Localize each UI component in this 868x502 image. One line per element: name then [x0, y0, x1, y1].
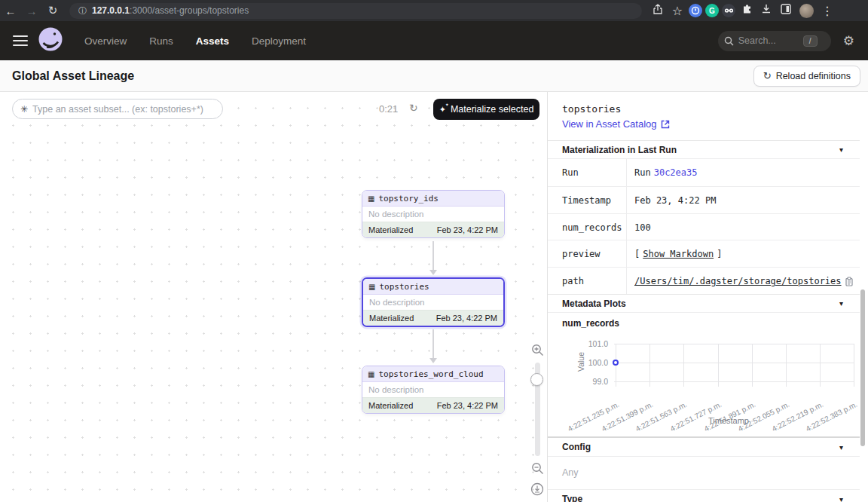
zoom-to-fit-icon[interactable]	[530, 482, 544, 496]
forward-icon[interactable]: →	[21, 5, 42, 17]
zoom-slider[interactable]	[535, 363, 540, 456]
asset-node-topstory-ids[interactable]: ▦ topstory_ids No description Materializ…	[362, 190, 505, 238]
y-axis-label: Value	[576, 339, 585, 384]
lineage-canvas[interactable]: ✳ 0:21 ↻ ✦✦ Materialize selected ▦ topst…	[0, 92, 547, 502]
nav-item-assets[interactable]: Assets	[196, 35, 229, 47]
asset-name: topstories_word_cloud	[378, 369, 483, 379]
section-type[interactable]: Type ▾	[548, 489, 860, 502]
bookmark-star-icon[interactable]: ☆	[669, 4, 686, 18]
asset-description: No description	[363, 295, 503, 310]
share-icon[interactable]	[649, 4, 666, 18]
app-nav-bar: Overview Runs Assets Deployment / ⚙	[0, 21, 868, 60]
asset-subset-filter[interactable]: ✳	[12, 99, 223, 119]
config-value: Any	[562, 467, 579, 478]
extensions-puzzle-icon[interactable]	[738, 4, 755, 18]
dagster-logo[interactable]	[38, 26, 63, 55]
reload-icon[interactable]: ↻	[42, 4, 63, 17]
lineage-edge	[432, 329, 434, 358]
lineage-edge-arrowhead	[429, 358, 437, 363]
run-id-link[interactable]: 30c2ea35	[654, 167, 698, 178]
meta-row-num-records: num_records 100	[548, 213, 860, 240]
zoom-controls	[527, 344, 547, 496]
zoom-in-icon[interactable]	[531, 344, 544, 357]
nav-item-runs[interactable]: Runs	[149, 35, 173, 47]
refresh-icon[interactable]: ↻	[409, 102, 418, 114]
chart-data-point	[613, 360, 619, 366]
asset-timestamp: Feb 23, 4:22 PM	[437, 225, 498, 234]
search-icon	[724, 36, 734, 46]
extension-goggles-icon[interactable]	[722, 4, 735, 17]
section-config[interactable]: Config ▾	[548, 438, 860, 457]
sparkle-icon: ✦✦	[439, 105, 446, 115]
zoom-out-icon[interactable]	[531, 462, 544, 475]
search-input[interactable]	[738, 35, 803, 46]
asset-timestamp: Feb 23, 4:22 PM	[436, 314, 497, 323]
global-search[interactable]: /	[718, 31, 831, 51]
section-metadata-plots[interactable]: Metadata Plots ▾	[548, 294, 860, 313]
section-materialization-last-run[interactable]: Materialization in Last Run ▾	[548, 140, 860, 159]
menu-dots-icon[interactable]: ⋮	[819, 4, 836, 18]
site-info-icon[interactable]: ⓘ	[78, 5, 87, 17]
asset-node-topstories[interactable]: ▦ topstories No description Materialized…	[362, 277, 505, 327]
lineage-edge	[432, 241, 434, 270]
zoom-slider-handle[interactable]	[530, 373, 543, 386]
browser-toolbar: ← → ↻ ⓘ 127.0.0.1:3000/asset-groups/tops…	[0, 0, 868, 21]
chevron-down-icon[interactable]: ▾	[839, 145, 843, 154]
copy-icon[interactable]	[845, 277, 854, 286]
chart-title: num_records	[562, 318, 619, 329]
asset-graph-filter-icon: ✳	[20, 104, 28, 115]
asset-subset-input[interactable]	[32, 104, 212, 115]
reload-definitions-button[interactable]: ↻ Reload definitions	[753, 66, 860, 87]
nav-item-deployment[interactable]: Deployment	[252, 35, 306, 47]
extension-grammarly-icon[interactable]: G	[705, 4, 719, 17]
reload-icon: ↻	[763, 70, 772, 81]
screen: ← → ↻ ⓘ 127.0.0.1:3000/asset-groups/tops…	[0, 0, 868, 502]
external-link-icon	[661, 120, 670, 129]
asset-name: topstory_ids	[378, 194, 438, 204]
page-title: Global Asset Lineage	[12, 69, 134, 83]
asset-status: Materialized	[368, 401, 413, 410]
lineage-edge-arrowhead	[429, 270, 437, 275]
refresh-timer: 0:21	[379, 103, 398, 115]
nav-item-overview[interactable]: Overview	[84, 35, 127, 47]
chevron-down-icon[interactable]: ▾	[839, 299, 843, 308]
asset-description: No description	[362, 382, 504, 397]
asset-node-topstories-word-cloud[interactable]: ▦ topstories_word_cloud No description M…	[362, 366, 505, 414]
asset-details-panel: topstories View in Asset Catalog Materia…	[547, 92, 868, 502]
chevron-down-icon[interactable]: ▾	[839, 495, 843, 502]
path-link[interactable]: /Users/tim/.dagster/storage/topstories	[634, 276, 842, 286]
settings-gear-icon[interactable]: ⚙	[843, 33, 854, 49]
table-icon: ▦	[368, 283, 375, 291]
profile-avatar[interactable]	[799, 4, 814, 18]
chevron-down-icon[interactable]: ▾	[839, 443, 843, 451]
meta-row-run: Run Run 30c2ea35	[548, 159, 860, 186]
show-markdown-link[interactable]: Show Markdown	[643, 249, 714, 259]
hamburger-menu-icon[interactable]	[13, 32, 28, 49]
asset-timestamp: Feb 23, 4:22 PM	[437, 401, 498, 410]
table-icon: ▦	[368, 194, 374, 203]
meta-row-timestamp: Timestamp Feb 23, 4:22 PM	[548, 186, 860, 213]
extension-1password-icon[interactable]	[689, 4, 702, 17]
address-bar[interactable]: ⓘ 127.0.0.1:3000/asset-groups/topstories	[69, 3, 642, 19]
url-text: 127.0.0.1:3000/asset-groups/topstories	[92, 5, 249, 16]
asset-name: topstories	[379, 282, 429, 292]
meta-row-preview: preview [Show Markdown]	[548, 240, 860, 267]
x-axis-label: Timestamp	[676, 416, 781, 425]
downloads-icon[interactable]	[758, 4, 775, 17]
asset-status: Materialized	[369, 314, 414, 323]
search-shortcut-badge: /	[803, 35, 818, 47]
back-icon[interactable]: ←	[0, 5, 21, 17]
materialize-selected-button[interactable]: ✦✦ Materialize selected	[433, 99, 539, 120]
panel-asset-name: topstories	[562, 103, 621, 115]
panel-scrollbar-thumb[interactable]	[860, 289, 865, 446]
asset-description: No description	[362, 207, 504, 222]
view-in-asset-catalog-link[interactable]: View in Asset Catalog	[562, 118, 670, 130]
page-header: Global Asset Lineage ↻ Reload definition…	[0, 60, 868, 92]
table-icon: ▦	[368, 370, 374, 378]
meta-row-path: path /Users/tim/.dagster/storage/topstor…	[548, 267, 860, 294]
asset-status: Materialized	[368, 225, 413, 234]
sidebar-icon[interactable]	[778, 4, 794, 17]
